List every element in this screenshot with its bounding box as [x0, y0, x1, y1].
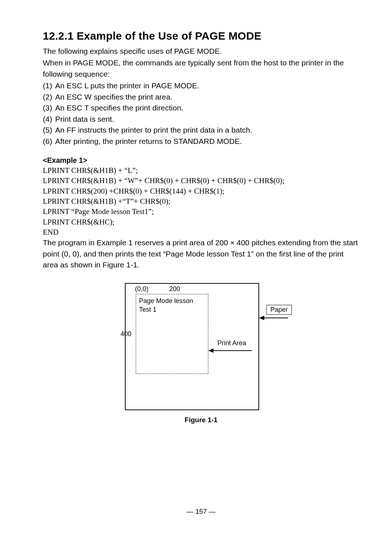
figure-caption: Figure 1-1 [185, 416, 218, 424]
step-text: After printing, the printer returns to S… [55, 136, 242, 147]
section-heading: 12.2.1 Example of the Use of PAGE MODE [43, 30, 359, 42]
list-item: (5) An FF instructs the printer to print… [43, 125, 359, 136]
document-page: 12.2.1 Example of the Use of PAGE MODE T… [0, 0, 392, 530]
code-block: LPRINT CHR$(&H1B) + “L”; LPRINT CHR$(&H1… [43, 165, 359, 237]
step-number: (4) [43, 114, 55, 125]
explanation-paragraph: The program in Example 1 reserves a prin… [43, 237, 359, 270]
list-item: (4) Print data is sent. [43, 114, 359, 125]
step-number: (5) [43, 125, 55, 136]
list-item: (6) After printing, the printer returns … [43, 136, 359, 147]
diagram: (0,0) 200 Page Mode lesson Test 1 400 Pr… [125, 283, 277, 410]
print-area-box: Page Mode lesson Test 1 [136, 294, 208, 374]
figure: (0,0) 200 Page Mode lesson Test 1 400 Pr… [43, 283, 359, 424]
step-number: (6) [43, 136, 55, 147]
list-item: (3) An ESC T specifies the print directi… [43, 102, 359, 113]
step-number: (3) [43, 102, 55, 113]
page-number: — 157 — [43, 508, 359, 516]
print-area-text-line-2: Test 1 [139, 305, 205, 314]
step-text: An ESC L puts the printer in PAGE MODE. [55, 80, 199, 91]
list-item: (2) An ESC W specifies the print area. [43, 92, 359, 102]
step-number: (1) [43, 80, 55, 91]
origin-label: (0,0) [135, 285, 148, 293]
step-text: An ESC W specifies the print area. [55, 92, 172, 102]
paper-label: Paper [266, 305, 292, 315]
step-text: An ESC T specifies the print direction. [55, 102, 183, 113]
step-text: An FF instructs the printer to print the… [55, 125, 252, 136]
intro-paragraph-1: The following explains specific uses of … [43, 46, 359, 57]
print-area-text-line-1: Page Mode lesson [139, 296, 205, 305]
intro-paragraph-2: When in PAGE MODE, the commands are typi… [43, 57, 359, 80]
print-area-label: Print Area [217, 339, 246, 347]
height-label: 400 [121, 330, 131, 338]
example-heading: <Example 1> [43, 156, 359, 165]
step-list: (1) An ESC L puts the printer in PAGE MO… [43, 80, 359, 147]
step-text: Print data is sent. [55, 114, 114, 125]
width-label: 200 [169, 285, 180, 293]
step-number: (2) [43, 92, 55, 102]
list-item: (1) An ESC L puts the printer in PAGE MO… [43, 80, 359, 91]
